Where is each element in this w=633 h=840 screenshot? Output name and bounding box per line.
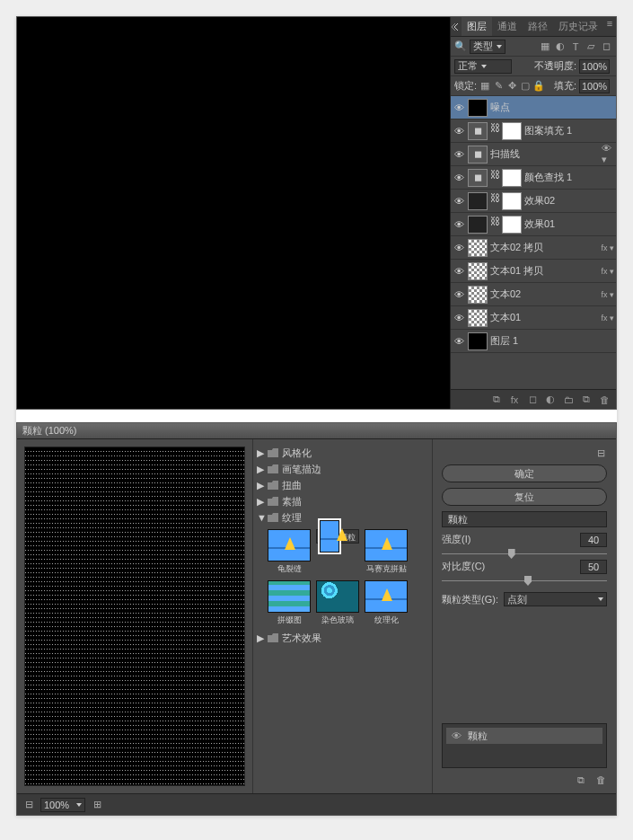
layer-row[interactable]: 👁文本02fx ▾ xyxy=(451,283,616,306)
layer-mask-thumbnail[interactable] xyxy=(502,216,522,234)
layer-fx-indicator[interactable]: fx ▾ xyxy=(601,290,614,299)
filter-thumbnail[interactable]: 龟裂缝 xyxy=(268,529,311,575)
layer-thumbnail[interactable]: ◼ xyxy=(468,146,488,164)
layer-fx-indicator[interactable]: fx ▾ xyxy=(601,243,614,252)
layer-row[interactable]: 👁文本01 拷贝fx ▾ xyxy=(451,260,616,283)
filter-type-select[interactable]: 类型 xyxy=(470,40,506,54)
filter-category[interactable]: ▶艺术效果 xyxy=(257,630,428,646)
eye-icon[interactable]: 👁 xyxy=(453,218,465,231)
adjustment-layer-icon[interactable]: ◐ xyxy=(544,393,557,406)
filter-thumbnail[interactable]: 拼缀图 xyxy=(268,580,311,626)
layer-row[interactable]: 👁◼扫描线👁▾ xyxy=(451,143,616,166)
new-group-icon[interactable]: 🗀 xyxy=(562,393,575,406)
slider-track[interactable] xyxy=(442,549,607,560)
zoom-out-icon[interactable]: ⊟ xyxy=(22,799,35,811)
eye-icon[interactable]: 👁 xyxy=(453,148,465,161)
layer-thumbnail[interactable]: ◼ xyxy=(468,169,488,187)
filter-category[interactable]: ▼纹理 xyxy=(257,509,428,526)
panel-collapse-button[interactable] xyxy=(451,17,462,36)
eye-icon[interactable]: 👁 xyxy=(453,335,465,348)
layer-thumbnail[interactable] xyxy=(468,332,488,350)
param-value[interactable]: 50 xyxy=(580,560,607,574)
layer-row[interactable]: 👁图层 1 xyxy=(451,330,616,353)
visibility-icon[interactable]: 👁▾ xyxy=(602,148,614,161)
opacity-input[interactable]: 100% xyxy=(579,59,610,74)
applied-effect-item[interactable]: 👁 颗粒 xyxy=(446,728,602,744)
layer-row[interactable]: 👁噪点 xyxy=(451,96,616,119)
filter-category[interactable]: ▶扭曲 xyxy=(257,477,428,493)
layer-fx-icon[interactable]: fx xyxy=(508,393,521,406)
eye-icon[interactable]: 👁 xyxy=(453,265,465,278)
filter-thumbnail[interactable]: 马赛克拼贴 xyxy=(365,529,408,575)
filter-smart-icon[interactable]: ◻ xyxy=(600,40,612,53)
layer-thumbnail[interactable] xyxy=(468,286,488,304)
eye-icon[interactable]: 👁 xyxy=(453,102,465,114)
grain-type-select[interactable]: 点刻 xyxy=(504,592,607,606)
tab-channels[interactable]: 通道 xyxy=(492,17,523,36)
layer-fx-indicator[interactable]: fx ▾ xyxy=(601,314,614,323)
delete-effect-icon[interactable]: 🗑 xyxy=(594,774,607,786)
filter-image-icon[interactable]: ▦ xyxy=(539,40,551,53)
lock-move-icon[interactable]: ✥ xyxy=(506,81,517,92)
fill-input[interactable]: 100% xyxy=(579,79,610,93)
filter-category[interactable]: ▶风格化 xyxy=(257,445,428,461)
layer-mask-icon[interactable]: ◻ xyxy=(526,393,539,406)
layer-fx-indicator[interactable]: fx ▾ xyxy=(601,267,614,276)
preview-image[interactable] xyxy=(24,447,245,786)
layer-mask-thumbnail[interactable] xyxy=(502,122,522,140)
toggle-view-icon[interactable]: ⊟ xyxy=(594,447,607,459)
layer-row[interactable]: 👁⛓效果01 xyxy=(451,213,616,236)
reset-button[interactable]: 复位 xyxy=(442,488,607,506)
layer-row[interactable]: 👁文本02 拷贝fx ▾ xyxy=(451,236,616,260)
zoom-in-icon[interactable]: ⊞ xyxy=(91,799,103,811)
panel-menu-icon[interactable]: ≡ xyxy=(603,17,616,30)
filter-thumbnail[interactable]: 颗粒 xyxy=(316,529,359,544)
layer-thumbnail[interactable] xyxy=(468,99,488,117)
layer-mask-thumbnail[interactable] xyxy=(502,169,522,187)
layer-thumbnail[interactable] xyxy=(468,216,488,234)
layer-row[interactable]: 👁文本01fx ▾ xyxy=(451,306,616,330)
lock-artboard-icon[interactable]: ▢ xyxy=(520,81,531,92)
eye-icon[interactable]: 👁 xyxy=(453,172,465,184)
layer-row[interactable]: 👁◼⛓颜色查找 1 xyxy=(451,166,616,190)
tab-layers[interactable]: 图层 xyxy=(462,17,492,36)
layer-thumbnail[interactable] xyxy=(468,192,488,210)
search-icon[interactable]: 🔍 xyxy=(454,40,467,53)
filter-adjust-icon[interactable]: ◐ xyxy=(554,40,567,53)
eye-icon[interactable]: 👁 xyxy=(453,242,465,254)
layer-thumbnail[interactable] xyxy=(468,239,488,257)
ok-button[interactable]: 确定 xyxy=(442,464,607,482)
layer-thumbnail[interactable] xyxy=(468,309,488,327)
filter-thumbnail[interactable]: 纹理化 xyxy=(365,580,408,626)
param-value[interactable]: 40 xyxy=(580,533,607,547)
layer-mask-thumbnail[interactable] xyxy=(502,192,522,210)
blend-mode-select[interactable]: 正常 xyxy=(454,59,512,74)
slider-track[interactable] xyxy=(442,576,607,587)
eye-icon[interactable]: 👁 xyxy=(450,729,462,742)
new-effect-icon[interactable]: ⧉ xyxy=(575,774,587,786)
zoom-select[interactable]: 100% xyxy=(40,798,85,812)
layer-row[interactable]: 👁⛓效果02 xyxy=(451,190,616,213)
slider-knob[interactable] xyxy=(524,576,532,586)
tab-history[interactable]: 历史记录 xyxy=(553,17,603,36)
eye-icon[interactable]: 👁 xyxy=(453,195,465,208)
new-layer-icon[interactable]: ⧉ xyxy=(580,393,593,406)
link-layers-icon[interactable]: ⧉ xyxy=(490,393,503,406)
lock-all-icon[interactable]: 🔒 xyxy=(533,81,544,92)
eye-icon[interactable]: 👁 xyxy=(453,125,465,137)
filter-text-icon[interactable]: T xyxy=(569,40,582,53)
delete-layer-icon[interactable]: 🗑 xyxy=(598,393,611,406)
filter-category[interactable]: ▶画笔描边 xyxy=(257,461,428,477)
lock-brush-icon[interactable]: ✎ xyxy=(493,81,504,92)
slider-knob[interactable] xyxy=(508,549,515,559)
layer-row[interactable]: 👁◼⛓图案填充 1 xyxy=(451,119,616,143)
eye-icon[interactable]: 👁 xyxy=(453,312,465,324)
eye-icon[interactable]: 👁 xyxy=(453,288,465,301)
filter-thumbnail[interactable]: 染色玻璃 xyxy=(316,580,359,626)
tab-paths[interactable]: 路径 xyxy=(523,17,553,36)
filter-category[interactable]: ▶素描 xyxy=(257,493,428,509)
effect-select[interactable]: 颗粒 xyxy=(442,511,607,527)
layer-thumbnail[interactable] xyxy=(468,262,488,280)
filter-shape-icon[interactable]: ▱ xyxy=(585,40,597,53)
lock-pixels-icon[interactable]: ▦ xyxy=(479,81,490,92)
